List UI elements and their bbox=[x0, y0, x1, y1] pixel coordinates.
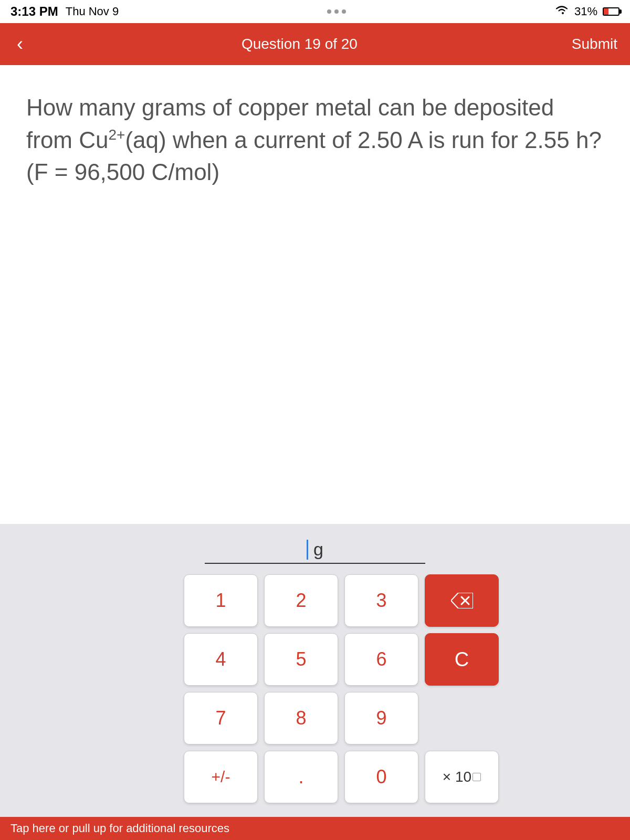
question-container: How many grams of copper metal can be de… bbox=[0, 65, 630, 524]
question-superscript: 2+ bbox=[108, 127, 125, 143]
dot-2 bbox=[334, 9, 339, 14]
key-8[interactable]: 8 bbox=[264, 692, 338, 744]
status-dots bbox=[327, 9, 346, 14]
key-4[interactable]: 4 bbox=[184, 633, 258, 686]
answer-cursor bbox=[307, 540, 308, 560]
status-day: Thu Nov 9 bbox=[66, 5, 119, 18]
answer-unit: g bbox=[313, 539, 323, 560]
key-2[interactable]: 2 bbox=[264, 574, 338, 627]
key-x10[interactable]: × 10 bbox=[425, 751, 499, 803]
main-content: How many grams of copper metal can be de… bbox=[0, 65, 630, 817]
key-6[interactable]: 6 bbox=[344, 633, 418, 686]
battery-pct: 31% bbox=[574, 5, 597, 18]
bottom-bar[interactable]: Tap here or pull up for additional resou… bbox=[0, 817, 630, 840]
key-1[interactable]: 1 bbox=[184, 574, 258, 627]
keypad: 1 2 3 4 5 6 C 7 8 9 bbox=[79, 574, 551, 803]
key-7[interactable]: 7 bbox=[184, 692, 258, 744]
status-time: 3:13 PM bbox=[10, 4, 58, 19]
key-sign[interactable]: +/- bbox=[184, 751, 258, 803]
keyboard-area: g 1 2 3 4 5 6 C bbox=[0, 524, 630, 817]
key-5[interactable]: 5 bbox=[264, 633, 338, 686]
header-bar: ‹ Question 19 of 20 Submit bbox=[0, 23, 630, 65]
status-right: 31% bbox=[554, 4, 620, 19]
status-bar: 3:13 PM Thu Nov 9 31% bbox=[0, 0, 630, 23]
key-decimal[interactable]: . bbox=[264, 751, 338, 803]
key-3[interactable]: 3 bbox=[344, 574, 418, 627]
answer-line: g bbox=[205, 537, 425, 564]
wifi-icon bbox=[554, 4, 569, 19]
backspace-icon bbox=[451, 593, 473, 608]
dot-1 bbox=[327, 9, 331, 14]
question-text: How many grams of copper metal can be de… bbox=[26, 91, 604, 188]
key-clear[interactable]: C bbox=[425, 633, 499, 686]
submit-button[interactable]: Submit bbox=[572, 36, 617, 52]
dot-3 bbox=[342, 9, 346, 14]
back-button[interactable]: ‹ bbox=[13, 29, 27, 59]
key-9[interactable]: 9 bbox=[344, 692, 418, 744]
key-backspace[interactable] bbox=[425, 574, 499, 627]
svg-marker-0 bbox=[451, 593, 473, 608]
answer-line-container: g bbox=[0, 537, 630, 564]
key-0[interactable]: 0 bbox=[344, 751, 418, 803]
battery-icon bbox=[603, 7, 620, 16]
key-empty bbox=[425, 692, 499, 744]
question-progress: Question 19 of 20 bbox=[242, 36, 358, 52]
bottom-bar-text: Tap here or pull up for additional resou… bbox=[10, 822, 229, 835]
